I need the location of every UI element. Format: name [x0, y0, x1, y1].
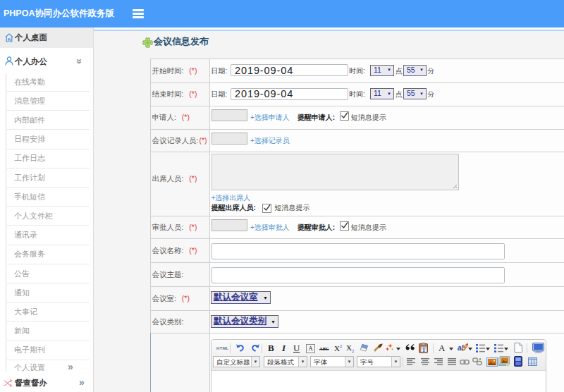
svg-text:T: T	[422, 347, 427, 353]
